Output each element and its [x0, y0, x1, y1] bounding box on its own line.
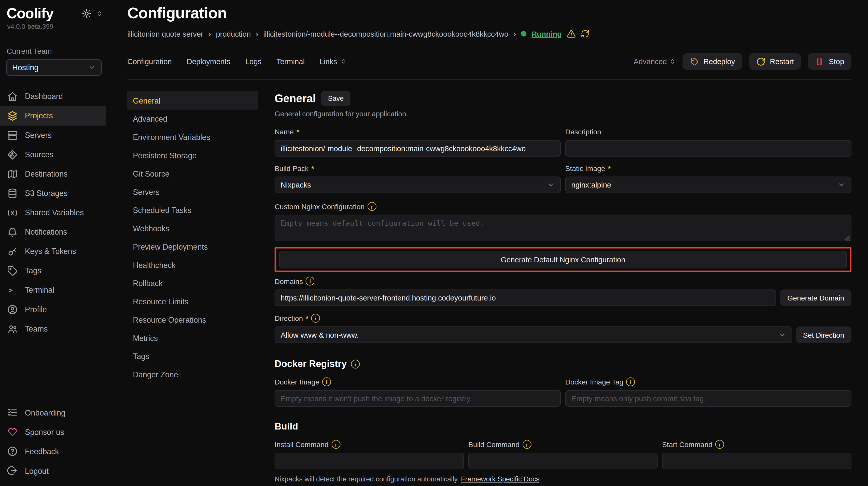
custom-nginx-textarea[interactable]: [275, 215, 851, 241]
subnav-item-webhooks[interactable]: Webhooks: [127, 219, 258, 237]
name-label: Name: [275, 128, 294, 136]
resize-handle[interactable]: [845, 236, 850, 241]
breadcrumb-separator-icon: ›: [208, 29, 211, 38]
sidebar-item-sources[interactable]: Sources: [0, 145, 106, 164]
docker-image-tag-input[interactable]: [565, 390, 851, 407]
domains-input[interactable]: [275, 289, 776, 306]
tab-terminal[interactable]: Terminal: [276, 57, 305, 66]
subnav-item-advanced[interactable]: Advanced: [127, 110, 258, 128]
warning-icon[interactable]: [567, 29, 576, 38]
breadcrumb-resource[interactable]: illicitestonion/-module--decomposition:m…: [264, 30, 508, 38]
info-icon[interactable]: i: [351, 360, 360, 369]
sidebar-item-label: Sponsor us: [25, 428, 64, 436]
direction-select[interactable]: Allow www & non-www.: [275, 326, 792, 343]
build-pack-select[interactable]: Nixpacks: [275, 176, 561, 193]
docker-image-tag-label: Docker Image Tag: [565, 378, 623, 386]
sidebar-item-projects[interactable]: Projects: [0, 106, 106, 125]
sidebar-item-profile[interactable]: Profile: [0, 300, 106, 319]
tab-links-label: Links: [320, 57, 337, 66]
sidebar-item-s3-storages[interactable]: S3 Storages: [0, 184, 106, 203]
subnav-item-environment-variables[interactable]: Environment Variables: [127, 128, 258, 146]
theme-switcher-chevrons-icon[interactable]: [96, 10, 103, 17]
tab-links[interactable]: Links: [320, 57, 347, 66]
build-command-input[interactable]: [468, 453, 658, 469]
docker-image-input[interactable]: [275, 390, 561, 407]
info-icon[interactable]: i: [522, 440, 531, 449]
sun-icon[interactable]: [82, 9, 91, 18]
sidebar-item-notifications[interactable]: Notifications: [0, 222, 106, 241]
chevron-down-icon: [547, 181, 555, 189]
sidebar-item-terminal[interactable]: >_ Terminal: [0, 281, 106, 300]
tab-logs[interactable]: Logs: [245, 57, 262, 66]
tab-configuration[interactable]: Configuration: [127, 57, 172, 66]
subnav-item-danger-zone[interactable]: Danger Zone: [127, 365, 258, 384]
subnav-item-servers[interactable]: Servers: [127, 183, 258, 201]
name-input[interactable]: [275, 140, 561, 157]
start-command-input[interactable]: [662, 453, 851, 469]
save-button[interactable]: Save: [321, 91, 350, 106]
framework-docs-link[interactable]: Framework Specific Docs: [461, 475, 539, 483]
bell-icon: [7, 226, 18, 237]
breadcrumb: illicitonion quote server › production ›…: [127, 29, 851, 38]
set-direction-button[interactable]: Set Direction: [796, 326, 851, 343]
build-pack-label: Build Pack: [275, 164, 309, 173]
subnav-item-scheduled-tasks[interactable]: Scheduled Tasks: [127, 201, 258, 219]
info-icon[interactable]: i: [715, 440, 724, 449]
subnav-item-preview-deployments[interactable]: Preview Deployments: [127, 237, 258, 256]
sidebar-nav: Dashboard Projects Servers Sources Desti…: [0, 87, 111, 339]
generate-nginx-config-button[interactable]: Generate Default Nginx Configuration: [279, 251, 847, 268]
sidebar-item-servers[interactable]: Servers: [0, 125, 106, 145]
chevron-down-icon: [837, 181, 845, 189]
sidebar-item-label: Onboarding: [25, 409, 65, 417]
chevrons-up-down-icon: [340, 58, 346, 65]
sidebar-item-label: Feedback: [25, 447, 59, 456]
info-icon[interactable]: i: [322, 377, 331, 386]
subnav-item-general[interactable]: General: [127, 91, 258, 110]
tab-deployments[interactable]: Deployments: [187, 57, 230, 66]
general-form: General Save General configuration for y…: [275, 91, 851, 486]
subnav-item-metrics[interactable]: Metrics: [127, 329, 258, 347]
sidebar-item-label: Sources: [25, 150, 54, 159]
info-icon[interactable]: i: [332, 440, 340, 449]
sidebar-item-dashboard[interactable]: Dashboard: [0, 87, 106, 106]
sidebar-item-tags[interactable]: Tags: [0, 261, 106, 281]
sidebar-item-feedback[interactable]: Feedback: [0, 442, 106, 461]
status-badge[interactable]: Running: [531, 30, 562, 38]
sidebar-item-teams[interactable]: Teams: [0, 319, 106, 338]
key-icon: [7, 246, 18, 257]
description-label: Description: [565, 128, 601, 136]
sidebar-item-label: Shared Variables: [25, 208, 84, 217]
sidebar-item-onboarding[interactable]: Onboarding: [0, 403, 106, 422]
description-input[interactable]: [565, 140, 851, 157]
refresh-icon[interactable]: [581, 29, 590, 38]
subnav-item-resource-operations[interactable]: Resource Operations: [127, 311, 258, 329]
restart-button[interactable]: Restart: [749, 53, 801, 70]
sidebar-item-shared-variables[interactable]: (x) Shared Variables: [0, 203, 106, 222]
team-select[interactable]: Hosting: [6, 59, 102, 75]
info-icon[interactable]: i: [306, 277, 315, 286]
sidebar-item-sponsor-us[interactable]: Sponsor us: [0, 422, 106, 442]
required-mark: *: [608, 164, 611, 173]
subnav-item-git-source[interactable]: Git Source: [127, 164, 258, 183]
breadcrumb-environment[interactable]: production: [216, 30, 251, 38]
info-icon[interactable]: i: [626, 377, 635, 386]
sidebar-item-keys-tokens[interactable]: Keys & Tokens: [0, 241, 106, 261]
subnav-item-persistent-storage[interactable]: Persistent Storage: [127, 146, 258, 164]
info-icon[interactable]: i: [311, 314, 320, 323]
info-icon[interactable]: i: [367, 202, 376, 211]
subnav-item-healthcheck[interactable]: Healthcheck: [127, 256, 258, 274]
breadcrumb-project[interactable]: illicitonion quote server: [127, 30, 204, 38]
subnav-item-rollback[interactable]: Rollback: [127, 274, 258, 292]
redeploy-button[interactable]: Redeploy: [682, 53, 742, 70]
sidebar-item-label: Tags: [25, 266, 41, 275]
subnav-item-tags[interactable]: Tags: [127, 347, 258, 365]
static-image-select[interactable]: nginx:alpine: [565, 176, 851, 193]
sidebar-item-label: Notifications: [25, 227, 67, 236]
sidebar-item-destinations[interactable]: Destinations: [0, 164, 106, 184]
install-command-input[interactable]: [275, 453, 464, 469]
advanced-dropdown[interactable]: Advanced: [633, 57, 676, 66]
generate-domain-button[interactable]: Generate Domain: [780, 289, 851, 306]
subnav-item-resource-limits[interactable]: Resource Limits: [127, 292, 258, 311]
stop-button[interactable]: Stop: [808, 53, 851, 70]
sidebar-item-logout[interactable]: Logout: [0, 461, 106, 480]
